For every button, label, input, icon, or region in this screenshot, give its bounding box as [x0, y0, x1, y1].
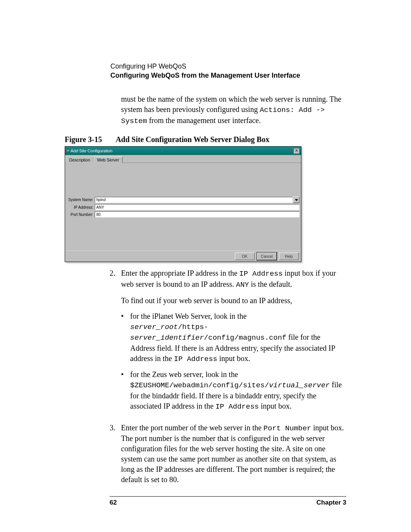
page-number: 62	[110, 499, 117, 506]
numbered-list: 2. Enter the appropriate IP address in t…	[110, 268, 346, 485]
titlebar-left: ••• Add Site Configuration	[67, 149, 113, 153]
system-name-dropdown-button[interactable]	[293, 197, 299, 203]
s3a: Enter the port number of the web server …	[121, 423, 263, 432]
s2l1a: Enter the appropriate IP address in the	[121, 269, 239, 277]
ok-button[interactable]: OK	[235, 252, 255, 260]
app-icon: •••	[67, 149, 69, 153]
tab-web-server[interactable]: Web Server	[94, 157, 123, 163]
running-header: Configuring HP WebQoS Configuring WebQoS…	[110, 62, 346, 80]
figure-caption: Figure 3-15 Add Site Configuration Web S…	[65, 135, 346, 144]
bullet-iplanet: • for the iPlanet Web Server, look in th…	[121, 311, 346, 364]
svg-marker-0	[295, 199, 298, 201]
page: Configuring HP WebQoS Configuring WebQoS…	[0, 0, 411, 532]
chapter-label: Chapter 3	[317, 499, 346, 506]
b1code: IP Address	[174, 355, 217, 363]
footer-rule	[110, 496, 346, 497]
ip-address-label: IP Address:	[67, 205, 95, 209]
header-line-2: Configuring WebQoS from the Management U…	[110, 72, 346, 80]
s3code: Port Number	[263, 424, 311, 433]
step-3-content: Enter the port number of the web server …	[121, 423, 346, 485]
s2l1c: is the default.	[249, 280, 292, 288]
figure-label: Figure 3-15	[65, 135, 114, 144]
close-glyph: ✕	[295, 149, 298, 153]
step-2: 2. Enter the appropriate IP address in t…	[110, 268, 346, 417]
step-3: 3. Enter the port number of the web serv…	[110, 423, 346, 485]
bullet-iplanet-content: for the iPlanet Web Server, look in the …	[130, 311, 346, 364]
help-button[interactable]: Help	[279, 252, 299, 260]
cancel-button[interactable]: Cancel	[257, 252, 277, 260]
port-number-input[interactable]	[95, 211, 299, 217]
system-name-row: System Name:	[67, 197, 299, 203]
page-footer: 62 Chapter 3	[110, 499, 346, 506]
bullet-dot-1: •	[121, 311, 130, 364]
b1a: for the iPlanet Web Server, look in the	[130, 312, 247, 320]
step-2-bullets: • for the iPlanet Web Server, look in th…	[121, 311, 346, 412]
dialog-tabs: Description Web Server	[65, 155, 301, 163]
tab-web-server-label: Web Server	[97, 158, 119, 162]
port-number-row: Port Number:	[67, 211, 299, 217]
dialog-body: System Name: IP Address: Port Number:	[65, 163, 301, 251]
figure-title: Add Site Configuration Web Server Dialog…	[116, 135, 269, 144]
dialog-button-row: OK Cancel Help	[65, 251, 301, 262]
step-2-content: Enter the appropriate IP address in the …	[121, 268, 346, 417]
step-3-num: 3.	[110, 423, 121, 485]
cancel-label: Cancel	[261, 254, 272, 259]
step-2-num: 2.	[110, 268, 121, 417]
chevron-down-icon	[295, 198, 298, 201]
b1pb: /https-	[178, 323, 208, 331]
tab-description-label: Description	[69, 158, 90, 162]
system-name-label: System Name:	[67, 198, 95, 202]
dialog-spacer-top	[67, 165, 299, 197]
intro-paragraph: must be the name of the system on which …	[121, 94, 346, 126]
ip-address-row: IP Address:	[67, 204, 299, 210]
bullet-zeus-content: for the Zeus web server, look in the $ZE…	[130, 369, 346, 412]
b1c: input box.	[217, 354, 250, 363]
b1pd: /config/magnus.conf	[204, 334, 287, 342]
add-site-dialog: ••• Add Site Configuration ✕ Description…	[65, 146, 301, 262]
dialog-spacer-bottom	[67, 219, 299, 248]
b2a: for the Zeus web server, look in the	[130, 370, 238, 379]
b2c: input box.	[259, 402, 292, 410]
b2pb: virtual_server	[269, 381, 330, 390]
bullet-zeus: • for the Zeus web server, look in the $…	[121, 369, 346, 412]
ok-label: OK	[242, 254, 247, 259]
s2l1code2: ANY	[236, 281, 249, 289]
b2code: IP Address	[215, 403, 259, 411]
b2pa: $ZEUSHOME/webadmin/config/sites/	[130, 381, 269, 390]
dialog-titlebar: ••• Add Site Configuration ✕	[65, 147, 301, 155]
header-line-1: Configuring HP WebQoS	[110, 62, 346, 70]
system-name-input[interactable]	[95, 197, 293, 203]
step-2-line1: Enter the appropriate IP address in the …	[121, 268, 346, 290]
step-2-line2: To find out if your web server is bound …	[121, 296, 346, 306]
bullet-dot-2: •	[121, 369, 130, 412]
b1pa: server_root	[130, 323, 178, 331]
s2l1code: IP Address	[239, 270, 283, 278]
b1pc: server_identifier	[130, 334, 204, 342]
dialog-title: Add Site Configuration	[70, 149, 112, 153]
intro-post: from the management user interface.	[147, 116, 261, 125]
close-icon[interactable]: ✕	[293, 148, 299, 154]
tab-description[interactable]: Description	[66, 157, 94, 163]
ip-address-input[interactable]	[95, 204, 299, 210]
help-label: Help	[285, 254, 293, 259]
port-number-label: Port Number:	[67, 212, 95, 217]
